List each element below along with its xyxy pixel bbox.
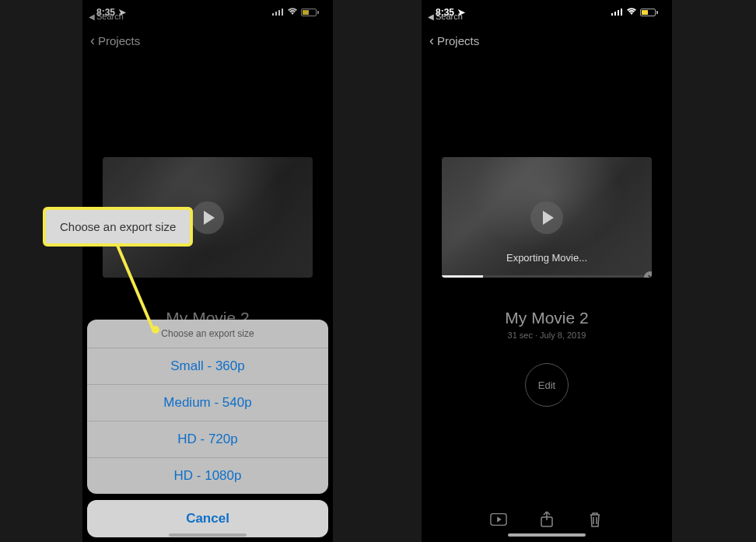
- movie-meta: 31 sec · July 8, 2019: [422, 330, 672, 340]
- trash-icon[interactable]: [586, 511, 604, 528]
- callout-dot: [152, 326, 159, 334]
- edit-button[interactable]: Edit: [525, 363, 569, 407]
- sheet-option-group: Choose an export size Small - 360p Mediu…: [87, 320, 328, 494]
- movie-title: My Movie 2: [422, 309, 672, 327]
- play-icon: [543, 211, 554, 225]
- battery-icon: [640, 9, 658, 16]
- back-to-app[interactable]: ◀ Search: [428, 12, 463, 21]
- back-arrow-icon: ◀: [428, 12, 434, 21]
- home-indicator[interactable]: [169, 533, 247, 537]
- bottom-toolbar: [422, 511, 672, 528]
- phone-left: 8:35 ➤ ◀ Search ‹ Projects My: [82, 0, 333, 542]
- progress-bar: [442, 275, 652, 278]
- sheet-header: Choose an export size: [87, 320, 328, 348]
- export-option-medium[interactable]: Medium - 540p: [87, 385, 328, 421]
- exporting-label: Exporting Movie...: [442, 252, 652, 264]
- phone-right: 8:35 ➤ ◀ Search ‹ Projects Export: [422, 0, 672, 542]
- svg-rect-5: [614, 12, 616, 16]
- action-sheet: Choose an export size Small - 360p Mediu…: [87, 320, 328, 537]
- play-button[interactable]: [530, 201, 563, 234]
- export-option-small[interactable]: Small - 360p: [87, 348, 328, 385]
- play-button[interactable]: [191, 201, 224, 234]
- svg-rect-7: [621, 9, 622, 16]
- video-thumbnail[interactable]: Exporting Movie... ✕: [442, 157, 652, 278]
- play-rect-icon[interactable]: [490, 511, 507, 528]
- svg-rect-4: [611, 13, 613, 16]
- share-icon[interactable]: [538, 511, 555, 528]
- callout-text: Choose an export size: [60, 220, 176, 233]
- content-area: Exporting Movie... ✕ My Movie 2 31 sec ·…: [422, 56, 672, 407]
- callout-annotation: Choose an export size: [43, 207, 193, 247]
- home-indicator[interactable]: [508, 533, 586, 537]
- back-app-label: Search: [436, 12, 463, 21]
- play-icon: [204, 211, 215, 225]
- cancel-export-button[interactable]: ✕: [644, 271, 652, 278]
- nav-back-button[interactable]: Projects: [437, 34, 479, 47]
- cancel-button[interactable]: Cancel: [87, 500, 328, 537]
- progress-fill: [442, 275, 483, 278]
- nav-bar: ‹ Projects: [422, 25, 672, 56]
- chevron-left-icon: ‹: [429, 33, 434, 49]
- export-option-hd1080[interactable]: HD - 1080p: [87, 458, 328, 494]
- svg-rect-6: [618, 10, 619, 16]
- wifi-icon: [626, 7, 637, 18]
- export-option-hd720[interactable]: HD - 720p: [87, 421, 328, 458]
- cellular-icon: [611, 7, 623, 18]
